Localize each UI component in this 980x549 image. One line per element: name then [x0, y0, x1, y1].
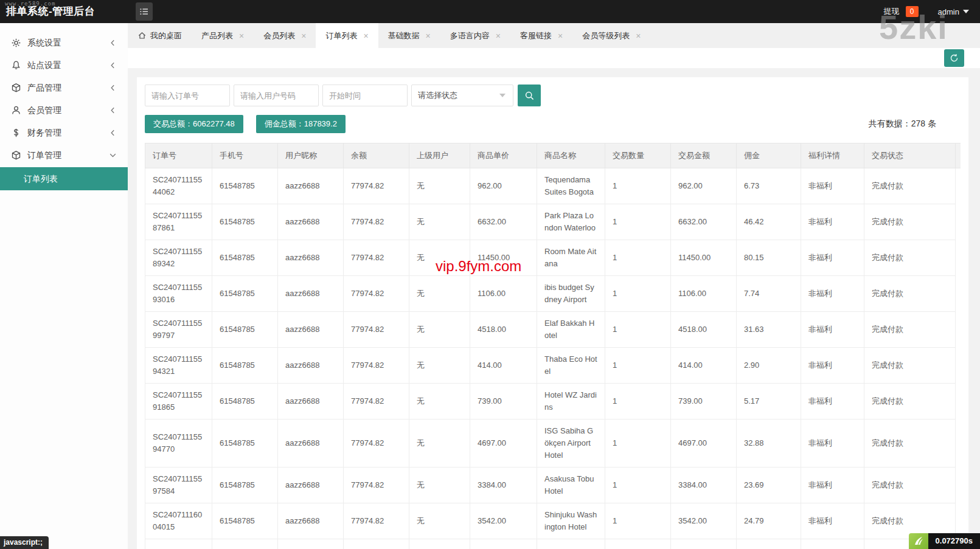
sidebar-item[interactable]: 产品管理 [0, 77, 128, 99]
sidebar-item[interactable]: 会员管理 [0, 99, 128, 122]
thinkphp-trace-icon[interactable] [909, 533, 928, 549]
status-select[interactable]: 请选择状态 [411, 85, 513, 106]
table-cell: Thaba Eco Hotel [537, 348, 605, 384]
chevron-left-icon [108, 83, 118, 93]
table-cell: 1 [605, 420, 671, 468]
list-menu-icon [139, 7, 149, 16]
user-no-input[interactable] [234, 85, 319, 106]
table-row: SC2407111600401561548785aazz668877974.82… [145, 503, 961, 539]
user-menu[interactable]: admin [938, 7, 969, 16]
table-cell: 61548785 [212, 312, 278, 348]
gear-icon [11, 38, 21, 48]
sidebar-subitem-order-list[interactable]: 订单列表 [0, 167, 128, 190]
sidebar-item[interactable]: 站点设置 [0, 54, 128, 77]
order-table: 订单号手机号用户昵称余额上级用户商品单价商品名称交易数量交易金额佣金福利详情交易… [145, 143, 961, 549]
close-icon[interactable]: × [239, 32, 244, 40]
table-cell: Shinjuku Washington Hotel [537, 503, 605, 539]
table-cell: 1 [605, 276, 671, 312]
chevron-left-icon [108, 60, 118, 71]
table-cell: 77974.82 [344, 240, 409, 276]
table-cell: 非福利 [801, 276, 864, 312]
tab[interactable]: 客服链接× [510, 23, 572, 48]
table-cell: 77974.82 [344, 384, 409, 420]
table-cell-stub [956, 420, 961, 468]
withdraw-count-badge: 0 [906, 6, 919, 17]
table-cell [801, 539, 864, 549]
home-icon [137, 31, 147, 40]
tab-label: 我的桌面 [150, 30, 182, 41]
column-header: 手机号 [212, 143, 278, 168]
chevron-down-icon [499, 94, 506, 97]
table-cell: 无 [409, 168, 470, 204]
sidebar-item-label: 财务管理 [27, 128, 108, 139]
tab[interactable]: 多语言内容× [440, 23, 510, 48]
table-cell [671, 539, 737, 549]
tab[interactable]: 订单列表× [316, 23, 378, 48]
table-cell: 非福利 [801, 312, 864, 348]
table-cell: 非福利 [801, 348, 864, 384]
tab[interactable]: 我的桌面 [128, 23, 192, 48]
table-cell: 739.00 [671, 384, 737, 420]
close-icon[interactable]: × [426, 32, 431, 40]
close-icon[interactable]: × [363, 32, 368, 40]
refresh-button[interactable] [944, 49, 964, 67]
table-cell-stub [956, 348, 961, 384]
table-cell: 1106.00 [470, 276, 537, 312]
table-cell: 非福利 [801, 420, 864, 468]
tab[interactable]: 基础数据× [378, 23, 440, 48]
table-cell: 无 [409, 503, 470, 539]
table-cell: 完成付款 [864, 168, 956, 204]
table-cell: 完成付款 [864, 384, 956, 420]
sidebar-item-label: 会员管理 [27, 105, 108, 116]
table-cell: 完成付款 [864, 276, 956, 312]
table-cell: Tequendama Suites Bogota [537, 168, 605, 204]
table-cell: 7.74 [737, 276, 801, 312]
sidebar-item[interactable]: 财务管理 [0, 122, 128, 144]
table-cell: 完成付款 [864, 204, 956, 240]
start-time-input[interactable] [322, 85, 408, 106]
table-cell: aazz6688 [278, 312, 344, 348]
table-cell: 32.88 [737, 420, 801, 468]
table-cell [212, 539, 278, 549]
close-icon[interactable]: × [636, 32, 641, 40]
table-row: SC2407111559477061548785aazz668877974.82… [145, 420, 961, 468]
dollar-icon [11, 128, 21, 138]
table-row: SC2407111559301661548785aazz668877974.82… [145, 276, 961, 312]
table-cell: 61548785 [212, 468, 278, 503]
table-cell: 2.90 [737, 348, 801, 384]
table-cell: 3384.00 [470, 468, 537, 503]
table-cell: 77974.82 [344, 348, 409, 384]
table-cell [470, 539, 537, 549]
cube-icon [11, 150, 21, 161]
sidebar-item[interactable]: 订单管理 [0, 144, 128, 167]
table-cell: aazz6688 [278, 468, 344, 503]
column-header: 佣金 [737, 143, 801, 168]
tab[interactable]: 会员等级列表× [572, 23, 650, 48]
tab-label: 订单列表 [325, 30, 357, 41]
table-cell: 24.79 [737, 503, 801, 539]
table-cell: 23.69 [737, 468, 801, 503]
table-header-row: 订单号手机号用户昵称余额上级用户商品单价商品名称交易数量交易金额佣金福利详情交易… [145, 143, 961, 168]
close-icon[interactable]: × [558, 32, 563, 40]
tab[interactable]: 会员列表× [254, 23, 316, 48]
toolbar [128, 48, 980, 68]
sidebar-item[interactable]: 系统设置 [0, 32, 128, 54]
table-cell: 5.17 [737, 384, 801, 420]
column-header: 上级用户 [409, 143, 470, 168]
withdraw-link[interactable]: 提现 [884, 6, 900, 17]
table-cell: 完成付款 [864, 420, 956, 468]
table-cell: 完成付款 [864, 348, 956, 384]
table-cell: SC24071115594770 [145, 420, 212, 468]
column-header: 订单号 [145, 143, 212, 168]
hamburger-menu-button[interactable] [136, 2, 153, 21]
table-row: SC2407111559432161548785aazz668877974.82… [145, 348, 961, 384]
table-cell: 非福利 [801, 468, 864, 503]
order-no-input[interactable] [145, 85, 230, 106]
close-icon[interactable]: × [496, 32, 501, 40]
table-row: SC2407111554406261548785aazz668877974.82… [145, 168, 961, 204]
close-icon[interactable]: × [301, 32, 306, 40]
search-button[interactable] [518, 85, 541, 106]
table-cell: aazz6688 [278, 348, 344, 384]
tab[interactable]: 产品列表× [192, 23, 254, 48]
table-cell [737, 539, 801, 549]
